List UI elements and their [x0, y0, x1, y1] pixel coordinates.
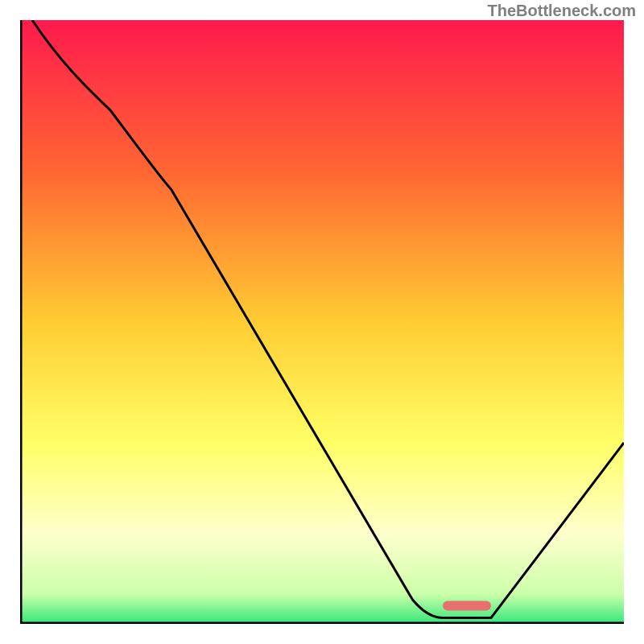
- watermark-text: TheBottleneck.com: [488, 2, 636, 20]
- bottleneck-chart: [20, 20, 624, 624]
- chart-svg: [20, 20, 624, 624]
- optimal-marker: [443, 601, 491, 611]
